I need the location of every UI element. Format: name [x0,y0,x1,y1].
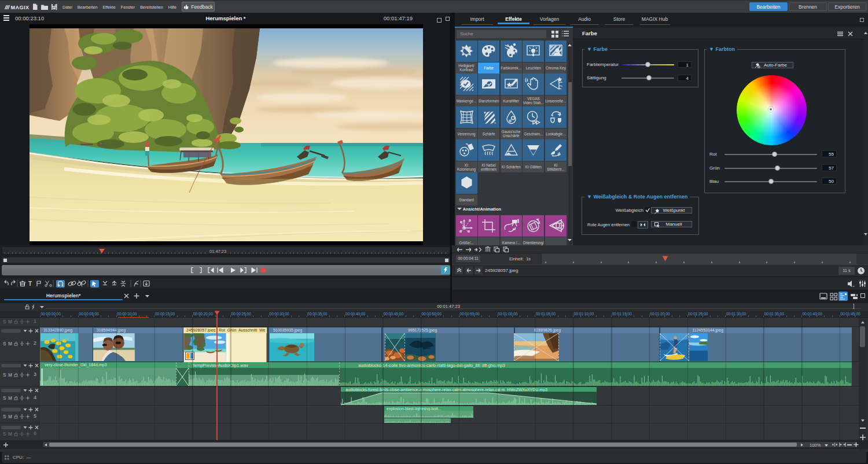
svg-text:T: T [28,281,32,287]
svg-text:MAGIX: MAGIX [11,5,30,10]
